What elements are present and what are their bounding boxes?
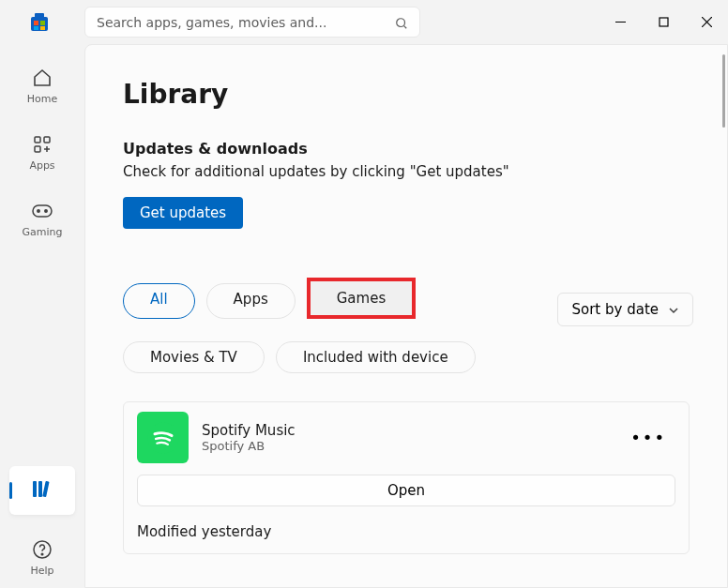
svg-rect-1 [35, 13, 44, 18]
updates-title: Updates & downloads [123, 140, 690, 158]
main-content: Library Updates & downloads Check for ad… [84, 44, 728, 588]
minimize-button[interactable] [599, 8, 642, 38]
gaming-icon [31, 200, 53, 222]
spotify-icon [137, 412, 189, 463]
svg-rect-3 [40, 21, 45, 25]
svg-rect-5 [40, 26, 45, 30]
svg-rect-14 [35, 146, 40, 152]
maximize-button[interactable] [642, 8, 685, 38]
nav-help[interactable]: Help [30, 538, 53, 577]
svg-rect-20 [42, 481, 49, 497]
nav-gaming[interactable]: Gaming [23, 200, 63, 238]
library-icon [31, 478, 53, 503]
filter-included[interactable]: Included with device [276, 341, 476, 373]
home-icon [31, 67, 53, 89]
svg-point-6 [397, 18, 405, 26]
filter-all[interactable]: All [123, 283, 195, 319]
library-item: Spotify Music Spotify AB ••• Open Modifi… [123, 401, 690, 554]
sort-label: Sort by date [571, 301, 659, 318]
svg-rect-19 [38, 481, 42, 497]
svg-rect-18 [33, 481, 37, 497]
search-input[interactable] [97, 15, 387, 30]
page-title: Library [123, 79, 690, 110]
titlebar [0, 0, 728, 44]
svg-rect-13 [44, 137, 50, 143]
filter-apps[interactable]: Apps [206, 283, 296, 319]
updates-subtitle: Check for additional updates by clicking… [123, 163, 690, 180]
svg-rect-15 [33, 205, 52, 217]
sort-button[interactable]: Sort by date [557, 293, 693, 326]
filter-games[interactable]: Games [307, 278, 416, 319]
active-indicator [9, 482, 12, 499]
filter-row: All Apps Games Movies & TV Included with… [123, 283, 690, 373]
nav-label: Help [30, 565, 53, 577]
svg-line-7 [404, 25, 407, 28]
open-button[interactable]: Open [137, 475, 675, 506]
scrollbar[interactable] [722, 54, 725, 128]
nav-apps[interactable]: Apps [29, 133, 54, 172]
svg-rect-12 [35, 137, 40, 143]
sidebar: Home Apps Gaming Help [0, 44, 84, 588]
svg-rect-2 [34, 21, 38, 25]
svg-point-22 [41, 553, 43, 555]
nav-label: Home [27, 93, 57, 105]
apps-icon [31, 133, 53, 156]
app-name: Spotify Music [202, 422, 296, 439]
close-button[interactable] [685, 8, 728, 38]
nav-library[interactable] [9, 466, 75, 515]
nav-label: Gaming [23, 226, 63, 238]
svg-rect-9 [660, 18, 668, 26]
store-app-icon [28, 11, 51, 34]
filter-movies[interactable]: Movies & TV [123, 341, 265, 373]
search-icon [395, 16, 408, 29]
modified-label: Modified yesterday [137, 523, 675, 540]
nav-label: Apps [29, 159, 54, 172]
search-box[interactable] [84, 7, 420, 38]
help-icon [31, 538, 53, 561]
chevron-down-icon [668, 301, 679, 318]
svg-rect-0 [31, 17, 48, 31]
get-updates-button[interactable]: Get updates [123, 197, 243, 229]
more-button[interactable]: ••• [621, 422, 675, 453]
svg-point-17 [45, 210, 47, 212]
updates-section: Updates & downloads Check for additional… [123, 140, 690, 229]
app-publisher: Spotify AB [202, 439, 296, 453]
app-info: Spotify Music Spotify AB [202, 422, 296, 453]
svg-rect-4 [34, 26, 38, 30]
svg-point-16 [38, 210, 39, 212]
nav-home[interactable]: Home [27, 67, 57, 105]
window-controls [599, 8, 728, 38]
